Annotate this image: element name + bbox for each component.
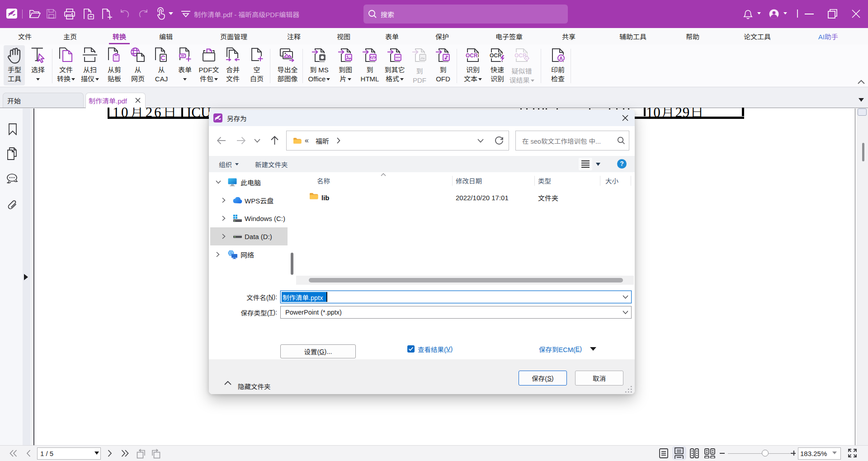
svg-text:OCR: OCR bbox=[490, 52, 502, 59]
svg-text:A: A bbox=[559, 56, 563, 61]
svg-text:10月26日: 10月26日 bbox=[113, 108, 179, 119]
svg-text:10月29日: 10月29日 bbox=[646, 108, 704, 119]
svg-text:OCR: OCR bbox=[466, 52, 478, 59]
svg-text:ICU: ICU bbox=[187, 108, 211, 119]
